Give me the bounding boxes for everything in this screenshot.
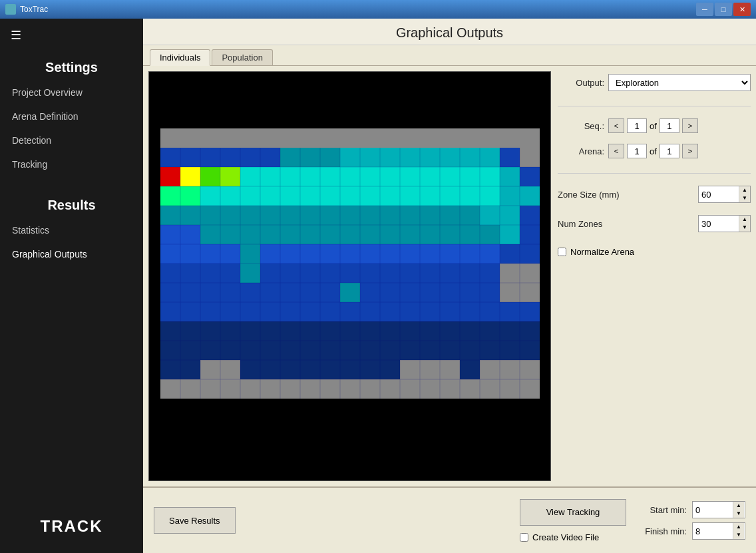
svg-rect-138 bbox=[260, 264, 280, 283]
start-min-input[interactable] bbox=[693, 502, 733, 518]
svg-rect-109 bbox=[440, 225, 460, 244]
svg-rect-155 bbox=[220, 283, 240, 302]
hamburger-menu[interactable]: ☰ bbox=[0, 19, 143, 52]
svg-rect-257 bbox=[360, 379, 380, 399]
arena-label: Arena: bbox=[558, 146, 604, 156]
svg-rect-92 bbox=[480, 206, 500, 225]
sidebar-item-graphical-outputs[interactable]: Graphical Outputs bbox=[0, 242, 143, 266]
tab-individuals[interactable]: Individuals bbox=[150, 49, 210, 66]
sidebar-item-detection[interactable]: Detection bbox=[0, 128, 143, 152]
zone-size-up-button[interactable]: ▲ bbox=[739, 186, 750, 194]
svg-rect-14 bbox=[440, 128, 460, 148]
svg-rect-140 bbox=[300, 264, 320, 283]
finish-min-row: Finish min: ▲ ▼ bbox=[637, 522, 745, 540]
svg-rect-57 bbox=[160, 186, 180, 206]
finish-min-input[interactable] bbox=[693, 523, 733, 539]
svg-rect-232 bbox=[240, 360, 260, 379]
svg-rect-106 bbox=[380, 225, 400, 244]
num-zones-input-wrap: ▲ ▼ bbox=[698, 215, 751, 232]
arena-control-row: Arena: < 1 of 1 > bbox=[558, 144, 751, 158]
svg-rect-164 bbox=[400, 283, 420, 302]
svg-rect-158 bbox=[280, 283, 300, 302]
zone-size-label: Zone Size (mm) bbox=[558, 190, 694, 200]
svg-rect-216 bbox=[300, 341, 320, 360]
svg-rect-134 bbox=[180, 264, 200, 283]
svg-rect-123 bbox=[340, 244, 360, 264]
start-min-down-button[interactable]: ▼ bbox=[733, 510, 744, 518]
svg-rect-200 bbox=[360, 321, 380, 341]
svg-rect-9 bbox=[340, 128, 360, 148]
svg-rect-73 bbox=[480, 186, 500, 206]
svg-rect-2 bbox=[200, 128, 220, 148]
svg-rect-252 bbox=[260, 379, 280, 399]
arena-total: 1 bbox=[660, 144, 679, 158]
svg-rect-162 bbox=[360, 283, 380, 302]
zone-size-row: Zone Size (mm) ▲ ▼ bbox=[558, 186, 751, 203]
seq-prev-button[interactable]: < bbox=[608, 118, 624, 133]
svg-rect-20 bbox=[180, 148, 200, 167]
create-video-checkbox[interactable] bbox=[520, 533, 528, 542]
normalize-arena-checkbox[interactable] bbox=[558, 248, 566, 256]
svg-rect-190 bbox=[160, 321, 180, 341]
svg-rect-145 bbox=[400, 264, 420, 283]
arena-prev-button[interactable]: < bbox=[608, 144, 624, 158]
svg-rect-50 bbox=[400, 167, 420, 186]
minimize-button[interactable]: ─ bbox=[696, 3, 713, 16]
output-select[interactable]: Exploration bbox=[608, 74, 751, 91]
window-controls: ─ □ ✕ bbox=[696, 3, 751, 16]
svg-rect-55 bbox=[500, 167, 520, 186]
svg-rect-183 bbox=[400, 302, 420, 321]
svg-rect-47 bbox=[340, 167, 360, 186]
app-icon bbox=[5, 4, 16, 15]
arena-next-button[interactable]: > bbox=[682, 144, 698, 158]
svg-rect-78 bbox=[200, 206, 220, 225]
zone-size-input[interactable] bbox=[699, 186, 739, 202]
svg-rect-0 bbox=[160, 128, 180, 148]
svg-rect-174 bbox=[220, 302, 240, 321]
num-zones-spin-btns: ▲ ▼ bbox=[739, 216, 750, 232]
seq-next-button[interactable]: > bbox=[682, 118, 698, 133]
tab-population[interactable]: Population bbox=[212, 49, 272, 65]
finish-min-spin-btns: ▲ ▼ bbox=[733, 523, 744, 539]
svg-rect-225 bbox=[480, 341, 500, 360]
heatmap-svg bbox=[160, 128, 540, 425]
finish-min-down-button[interactable]: ▼ bbox=[733, 531, 744, 539]
sidebar-item-tracking[interactable]: Tracking bbox=[0, 152, 143, 176]
svg-rect-126 bbox=[400, 244, 420, 264]
finish-min-up-button[interactable]: ▲ bbox=[733, 523, 744, 531]
close-button[interactable]: ✕ bbox=[733, 3, 751, 16]
svg-rect-238 bbox=[360, 360, 380, 379]
track-button[interactable]: TRACK bbox=[0, 506, 143, 546]
num-zones-input[interactable] bbox=[699, 216, 739, 232]
num-zones-up-button[interactable]: ▲ bbox=[739, 216, 750, 224]
view-tracking-button[interactable]: View Tracking bbox=[520, 499, 626, 526]
svg-rect-102 bbox=[300, 225, 320, 244]
svg-rect-99 bbox=[240, 225, 260, 244]
sidebar-item-arena-definition[interactable]: Arena Definition bbox=[0, 104, 143, 128]
svg-rect-173 bbox=[200, 302, 220, 321]
svg-rect-235 bbox=[300, 360, 320, 379]
title-bar: ToxTrac ─ □ ✕ bbox=[0, 0, 756, 19]
svg-rect-45 bbox=[300, 167, 320, 186]
sidebar-item-statistics[interactable]: Statistics bbox=[0, 218, 143, 242]
start-min-up-button[interactable]: ▲ bbox=[733, 502, 744, 510]
svg-rect-37 bbox=[520, 148, 540, 167]
sidebar-item-project-overview[interactable]: Project Overview bbox=[0, 81, 143, 104]
svg-rect-59 bbox=[200, 186, 220, 206]
output-control-row: Output: Exploration bbox=[558, 74, 751, 91]
svg-rect-205 bbox=[460, 321, 480, 341]
svg-rect-13 bbox=[420, 128, 440, 148]
svg-rect-259 bbox=[400, 379, 420, 399]
svg-rect-210 bbox=[180, 341, 200, 360]
svg-rect-208 bbox=[520, 321, 540, 341]
save-results-button[interactable]: Save Results bbox=[154, 507, 236, 534]
zone-size-down-button[interactable]: ▼ bbox=[739, 194, 750, 202]
svg-rect-90 bbox=[440, 206, 460, 225]
svg-rect-3 bbox=[220, 128, 240, 148]
maximize-button[interactable]: □ bbox=[715, 3, 732, 16]
svg-rect-17 bbox=[500, 128, 520, 148]
num-zones-down-button[interactable]: ▼ bbox=[739, 224, 750, 232]
svg-rect-111 bbox=[480, 225, 500, 244]
svg-rect-245 bbox=[500, 360, 520, 379]
svg-rect-71 bbox=[440, 186, 460, 206]
